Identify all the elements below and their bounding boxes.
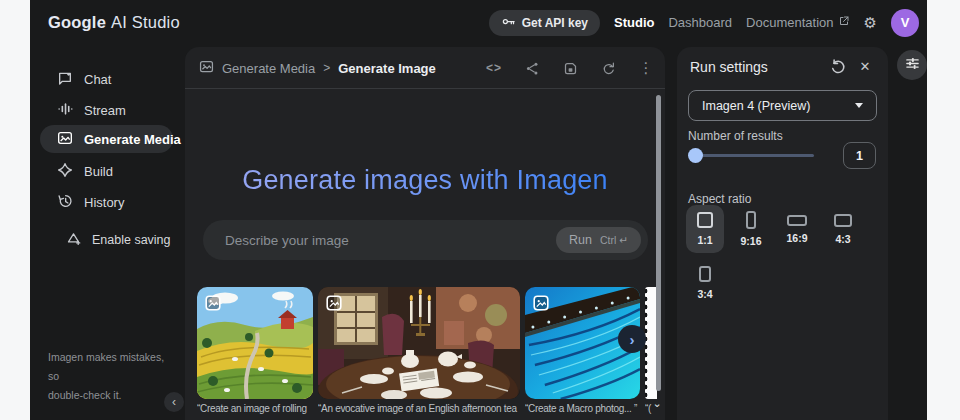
aspect-option-4-3[interactable]: 4:3	[824, 205, 862, 253]
aspect-9-16-icon	[746, 211, 756, 229]
tune-icon	[904, 55, 921, 76]
model-selector-dropdown[interactable]: Imagen 4 (Preview)	[688, 90, 877, 121]
run-button[interactable]: Run Ctrl ↵	[556, 227, 641, 253]
left-sidebar: Chat Stream Generate Media Build History	[30, 45, 185, 420]
aspect-option-16-9[interactable]: 16:9	[778, 205, 816, 253]
run-settings-panel: Run settings ✕ Imagen 4 (Preview) Number…	[677, 47, 888, 420]
app-window: Google AI Studio Get API key Studio Dash…	[30, 0, 927, 420]
get-api-key-label: Get API key	[522, 16, 588, 30]
run-shortcut: Ctrl ↵	[600, 234, 628, 246]
slider-thumb[interactable]	[688, 148, 703, 163]
sidebar-item-build[interactable]: Build	[57, 161, 113, 181]
enable-saving-icon	[66, 231, 81, 249]
caret-down-icon	[855, 103, 863, 108]
top-header: Google AI Studio Get API key Studio Dash…	[30, 0, 927, 45]
nav-documentation[interactable]: Documentation	[746, 15, 849, 30]
image-badge-icon	[326, 295, 342, 311]
key-icon	[501, 14, 516, 32]
aspect-3-4-icon	[699, 266, 711, 282]
page-title: Generate images with Imagen	[185, 165, 665, 196]
image-badge-icon	[533, 295, 549, 311]
user-avatar[interactable]: V	[891, 9, 919, 37]
close-icon[interactable]: ✕	[856, 57, 874, 75]
aspect-1-1-icon	[697, 212, 713, 228]
external-link-icon	[838, 15, 850, 30]
aspect-option-1-1[interactable]: 1:1	[686, 205, 724, 253]
waveform-icon	[57, 101, 73, 120]
prompt-input[interactable]	[225, 220, 525, 260]
nav-studio[interactable]: Studio	[614, 15, 654, 30]
breadcrumb-separator: >	[323, 61, 330, 75]
sidebar-item-generate-media[interactable]: Generate Media	[57, 129, 181, 149]
model-disclaimer: Imagen makes mistakes, so double-check i…	[48, 348, 173, 405]
sidebar-item-history[interactable]: History	[57, 192, 124, 212]
sidebar-collapse-button[interactable]: ‹	[164, 392, 184, 412]
card-caption: “Create a Macro photog... ”	[525, 403, 643, 414]
toggle-run-settings-button[interactable]	[897, 50, 927, 80]
card-caption: “Create an image of rolling	[197, 403, 317, 414]
aspect-4-3-icon	[834, 214, 852, 227]
number-of-results-slider[interactable]	[688, 147, 814, 163]
image-badge-icon	[205, 295, 221, 311]
aspect-option-3-4[interactable]: 3:4	[686, 259, 724, 307]
number-of-results-label: Number of results	[688, 129, 783, 143]
main-panel: Generate Media > Generate Image <> ⋮ Gen…	[185, 47, 665, 420]
chevron-right-icon: ›	[630, 331, 635, 348]
prompt-bar: Run Ctrl ↵	[203, 220, 648, 260]
selected-model: Imagen 4 (Preview)	[702, 99, 810, 113]
image-media-icon	[57, 130, 73, 149]
logo-google-text: Google	[48, 13, 106, 32]
reset-settings-icon[interactable]	[829, 58, 847, 76]
header-actions: Get API key Studio Dashboard Documentati…	[489, 0, 919, 45]
run-settings-title: Run settings	[690, 59, 768, 75]
refresh-icon[interactable]	[599, 59, 617, 77]
settings-gear-icon[interactable]: ⚙	[864, 14, 877, 32]
aspect-16-9-icon	[787, 215, 807, 226]
carousel-next-button[interactable]: ›	[618, 325, 646, 353]
chat-icon	[57, 70, 73, 89]
get-code-icon[interactable]: <>	[485, 59, 503, 77]
aspect-option-9-16[interactable]: 9:16	[732, 205, 770, 253]
scroll-down-arrow-icon[interactable]: ⌄	[650, 397, 664, 410]
logo-ai-studio-text: AI Studio	[111, 13, 180, 32]
sidebar-item-chat[interactable]: Chat	[57, 69, 111, 89]
breadcrumb: Generate Media > Generate Image	[199, 47, 436, 89]
card-caption: “An evocative image of an English aftern…	[318, 403, 523, 414]
breadcrumb-current: Generate Image	[338, 61, 436, 76]
example-card-afternoon-tea[interactable]	[318, 287, 520, 399]
save-icon[interactable]	[561, 59, 579, 77]
chevron-left-icon: ‹	[172, 395, 176, 409]
history-clock-icon	[57, 193, 73, 212]
example-card-rolling-hills[interactable]	[197, 287, 313, 399]
get-api-key-button[interactable]: Get API key	[489, 10, 600, 36]
main-scrollbar-thumb[interactable]	[656, 95, 661, 391]
enable-saving-button[interactable]: Enable saving	[66, 230, 171, 250]
panel-toolbar: <> ⋮	[485, 47, 655, 89]
sidebar-item-stream[interactable]: Stream	[57, 100, 126, 120]
aspect-ratio-label: Aspect ratio	[688, 192, 751, 206]
main-panel-header: Generate Media > Generate Image <> ⋮	[185, 47, 665, 89]
number-of-results-value[interactable]: 1	[843, 142, 876, 169]
share-icon[interactable]	[523, 59, 541, 77]
breadcrumb-parent[interactable]: Generate Media	[222, 61, 315, 76]
slider-track[interactable]	[690, 154, 814, 157]
google-ai-studio-logo[interactable]: Google AI Studio	[48, 0, 180, 45]
more-options-icon[interactable]: ⋮	[637, 59, 655, 77]
breadcrumb-media-icon	[199, 59, 214, 77]
nav-dashboard[interactable]: Dashboard	[668, 15, 732, 30]
build-spark-icon	[57, 162, 73, 181]
